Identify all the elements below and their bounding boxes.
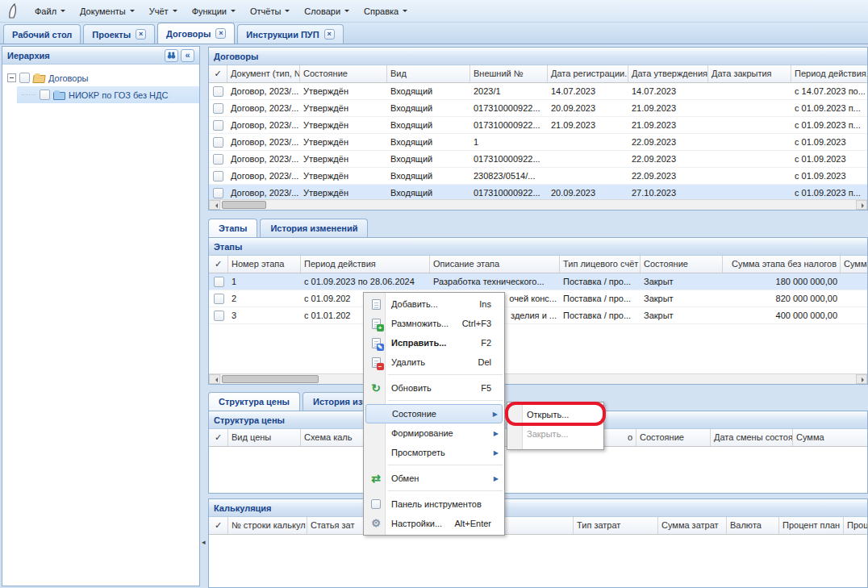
workspace-tab[interactable]: Рабочий стол [3,24,81,44]
workspace-tab[interactable]: Договоры× [157,23,235,44]
context-menu-item[interactable]: ⇄Обмен▶ [365,469,503,488]
column-header[interactable]: Документ (тип, № [227,65,300,82]
close-icon[interactable]: × [136,29,146,40]
tree-node-niokr[interactable]: НИОКР по ГОЗ без НДС [17,86,199,103]
menu-item-label: Исправить... [391,338,446,348]
column-header[interactable]: Валюта [727,517,779,534]
workspace-tab[interactable]: Проекты× [83,24,155,44]
tab-change-history[interactable]: История изменений [260,219,368,237]
context-menu-item[interactable]: Исправить...F2 [365,333,503,352]
check-column-header[interactable]: ✓ [209,429,228,446]
row-checkbox[interactable] [214,277,224,287]
table-row[interactable]: Договор, 2023/...УтверждёнВходящий017310… [209,151,867,168]
tree-checkbox[interactable] [19,73,30,83]
column-header[interactable]: Сумма [793,429,868,446]
menubar-item[interactable]: Отчёты [243,3,297,19]
column-header[interactable]: № строки калькул [228,517,307,534]
collapse-panel-icon[interactable]: « [181,49,194,62]
table-row[interactable]: 3с 01.01.202зделия и ...Поставка / про..… [209,307,867,324]
check-column-header[interactable]: ✓ [209,517,228,534]
tab-price-structure[interactable]: Структура цены [208,392,300,411]
close-icon[interactable]: × [324,29,335,40]
context-menu-item[interactable]: УдалитьDel [365,352,503,372]
menubar-item[interactable]: Файл [27,3,73,19]
tree-checkbox[interactable] [40,90,50,100]
row-checkbox[interactable] [214,311,224,321]
scrollbar-thumb[interactable] [222,201,266,209]
menubar-item[interactable]: Учёт [142,3,185,19]
stages-table: ✓Номер этапаПериод действияОписание этап… [209,256,867,324]
table-row[interactable]: 2с 01.09.202очей конс...Поставка / про..… [209,290,867,307]
column-header[interactable]: Процент план [779,517,844,534]
tab-stages[interactable]: Этапы [208,219,257,237]
column-header[interactable]: Внешний № [470,65,548,82]
context-menu-item[interactable]: Просмотреть▶ [365,443,503,462]
column-header[interactable]: Дата закрытия [708,65,791,82]
row-checkbox[interactable] [213,86,223,97]
row-checkbox[interactable] [213,188,223,198]
table-row[interactable]: Договор, 2023/...УтверждёнВходящий122.09… [209,134,867,151]
close-icon[interactable]: × [215,28,226,39]
search-icon[interactable] [165,49,178,62]
row-checkbox[interactable] [213,103,223,114]
column-header[interactable]: Сумма [841,256,868,273]
workspace-tab[interactable]: Инструкции ПУП× [237,24,343,44]
table-row[interactable]: Договор, 2023/...УтверждёнВходящий230823… [209,168,867,185]
table-cell: 21.09.2023 [628,117,708,133]
column-header[interactable]: Тип затрат [574,517,658,534]
column-header[interactable]: Вид [387,65,470,82]
context-menu-item[interactable]: Формирование▶ [365,423,503,443]
column-header[interactable]: Описание этапа [430,256,560,273]
scroll-right-icon[interactable] [856,374,867,384]
column-header[interactable]: Сумма этапа без налогов [723,256,841,273]
menubar-item[interactable]: Документы [73,3,142,19]
table-row[interactable]: Договор, 2023/...УтверждёнВходящий017310… [209,100,867,117]
menu-item-shortcut: Ins [479,299,499,309]
column-header[interactable]: Период действия... [791,65,868,82]
table-row[interactable]: Договор, 2023/...УтверждёнВходящий017310… [209,117,867,134]
column-header[interactable]: Номер этапа [228,256,301,273]
hierarchy-panel: Иерархия « Договоры НИОКР по ГОЗ без НДС [2,46,200,586]
context-menu-item[interactable]: Размножить...Ctrl+F3 [365,314,503,333]
column-header[interactable]: Дата регистрации. [548,65,628,82]
row-checkbox[interactable] [213,120,223,131]
row-checkbox[interactable] [213,137,223,148]
tree-node-contracts[interactable]: Договоры [2,69,199,86]
tree-node-label[interactable]: НИОКР по ГОЗ без НДС [69,90,168,100]
sidebar-splitter[interactable]: ◂ [202,44,207,588]
table-cell: Утверждён [300,151,387,167]
menubar-item[interactable]: Функции [185,3,243,19]
column-header[interactable]: Состояние [636,429,711,446]
column-header[interactable]: Сумма затрат [658,517,727,534]
scroll-left-icon[interactable] [209,200,220,210]
column-header[interactable]: Процент ф [844,517,868,534]
menubar-item[interactable]: Справка [357,3,415,19]
column-header[interactable]: Период действия [301,256,430,273]
row-checkbox[interactable] [214,294,224,304]
context-menu-item[interactable]: Добавить...Ins [365,294,503,314]
collapse-node-icon[interactable] [7,73,16,82]
submenu-arrow-icon: ▶ [493,411,498,418]
table-row[interactable]: 1с 01.09.2023 по 28.06.2024Разработка те… [209,273,867,290]
scrollbar-thumb[interactable] [222,375,319,383]
scroll-right-icon[interactable] [856,200,867,210]
tree-node-label[interactable]: Договоры [48,73,88,83]
context-menu-item[interactable]: Панель инструментов [365,494,503,514]
column-header[interactable]: Дата утверждения [628,65,708,82]
column-header[interactable]: Состояние [641,256,723,273]
column-header[interactable]: Дата смены состоя [711,429,793,446]
scroll-left-icon[interactable] [209,374,220,384]
menubar-item[interactable]: Словари [297,3,357,19]
column-header[interactable]: Состояние [300,65,387,82]
row-checkbox[interactable] [213,171,223,181]
column-header[interactable]: Тип лицевого счёт [560,256,641,273]
table-row[interactable]: Договор, 2023/...УтверждёнВходящий2023/1… [209,83,867,100]
splitter-collapse-arrow-icon[interactable]: ◂ [202,538,206,546]
context-menu-item[interactable]: ↻ОбновитьF5 [365,378,503,398]
check-column-header[interactable]: ✓ [209,65,227,82]
context-menu-item[interactable]: Состояние▶ [365,404,503,423]
check-column-header[interactable]: ✓ [209,256,228,273]
column-header[interactable]: Вид цены [228,429,301,446]
context-menu-item[interactable]: ⚙Настройки...Alt+Enter [365,514,503,533]
row-checkbox[interactable] [213,154,223,165]
